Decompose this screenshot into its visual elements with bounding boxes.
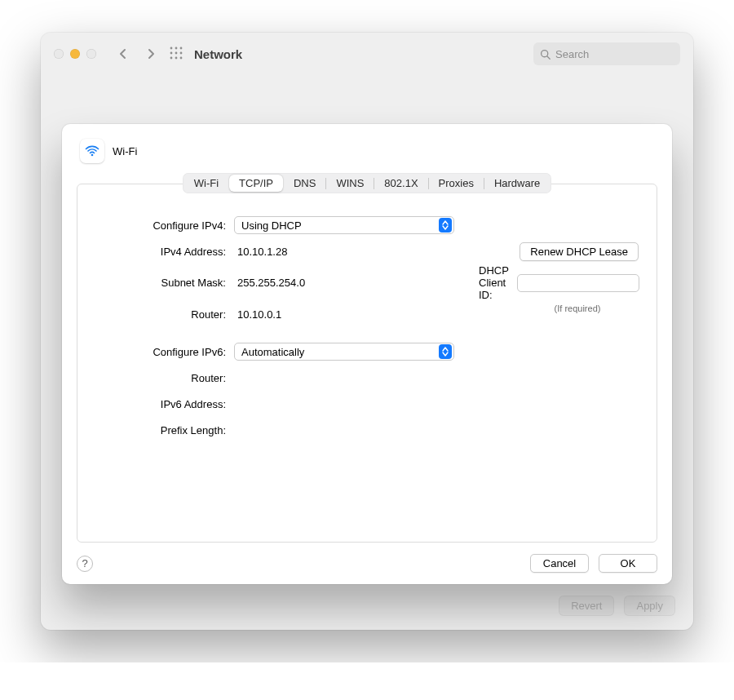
configure-ipv4-popup[interactable]: Using DHCP bbox=[234, 216, 454, 234]
renew-dhcp-lease-button[interactable]: Renew DHCP Lease bbox=[520, 242, 639, 261]
window-body: Revert Apply Wi-Fi Wi-Fi TCP/IP DNS bbox=[41, 75, 693, 630]
tab-8021x[interactable]: 802.1X bbox=[374, 175, 427, 192]
zoom-window-icon[interactable] bbox=[86, 49, 96, 59]
configure-ipv6-value: Automatically bbox=[241, 346, 304, 358]
svg-point-1 bbox=[175, 47, 178, 49]
interface-name: Wi-Fi bbox=[113, 145, 137, 157]
window-footer: Revert Apply bbox=[41, 581, 693, 630]
svg-point-0 bbox=[170, 47, 173, 49]
search-input[interactable]: Search bbox=[533, 42, 680, 65]
configure-ipv6-popup[interactable]: Automatically bbox=[234, 343, 454, 361]
help-button[interactable]: ? bbox=[77, 556, 93, 572]
label-subnet-mask: Subnet Mask: bbox=[95, 277, 226, 289]
advanced-sheet: Wi-Fi Wi-Fi TCP/IP DNS WINS 802.1X Proxi… bbox=[62, 124, 672, 584]
tab-wins[interactable]: WINS bbox=[326, 175, 374, 192]
label-prefix-length: Prefix Length: bbox=[95, 424, 226, 436]
titlebar: Network Search bbox=[41, 33, 693, 75]
svg-point-6 bbox=[170, 56, 173, 59]
svg-point-4 bbox=[175, 51, 178, 54]
wifi-icon bbox=[80, 139, 104, 163]
window-controls bbox=[54, 49, 96, 59]
tcpip-panel: Configure IPv4: Using DHCP IPv4 Ad bbox=[77, 184, 657, 543]
preferences-window: Network Search Revert Apply Wi-Fi Wi-Fi bbox=[41, 33, 693, 630]
svg-point-11 bbox=[91, 154, 94, 157]
show-all-button[interactable] bbox=[170, 47, 183, 62]
chevron-right-icon bbox=[146, 48, 156, 60]
close-window-icon[interactable] bbox=[54, 49, 64, 59]
revert-button[interactable]: Revert bbox=[559, 596, 614, 616]
label-router-ipv4: Router: bbox=[95, 308, 226, 321]
svg-point-3 bbox=[170, 51, 173, 54]
value-ipv4-address: 10.10.1.28 bbox=[234, 246, 471, 258]
tab-wifi[interactable]: Wi-Fi bbox=[184, 175, 228, 192]
value-subnet-mask: 255.255.254.0 bbox=[234, 277, 471, 289]
label-ipv6-address: IPv6 Address: bbox=[95, 398, 226, 410]
grid-icon bbox=[170, 47, 183, 60]
tab-hardware[interactable]: Hardware bbox=[484, 175, 550, 192]
sheet-header: Wi-Fi bbox=[77, 139, 657, 170]
minimize-window-icon[interactable] bbox=[70, 49, 80, 59]
window-title: Network bbox=[194, 47, 242, 61]
label-configure-ipv6: Configure IPv6: bbox=[95, 346, 226, 358]
popup-arrows-icon bbox=[439, 344, 452, 359]
back-button[interactable] bbox=[113, 45, 134, 63]
sheet-footer: ? Cancel OK bbox=[77, 554, 657, 573]
dhcp-client-id-hint: (If required) bbox=[516, 303, 639, 313]
popup-arrows-icon bbox=[439, 218, 452, 233]
svg-line-10 bbox=[547, 55, 550, 58]
tab-tcpip[interactable]: TCP/IP bbox=[229, 175, 283, 192]
ok-button[interactable]: OK bbox=[599, 554, 657, 573]
apply-button[interactable]: Apply bbox=[624, 596, 675, 616]
tab-proxies[interactable]: Proxies bbox=[429, 175, 484, 192]
chevron-left-icon bbox=[118, 48, 128, 60]
tab-dns[interactable]: DNS bbox=[284, 175, 325, 192]
label-ipv4-address: IPv4 Address: bbox=[95, 246, 226, 258]
dhcp-client-id-field[interactable] bbox=[517, 274, 639, 292]
label-configure-ipv4: Configure IPv4: bbox=[95, 219, 226, 232]
search-icon bbox=[540, 49, 550, 60]
configure-ipv4-value: Using DHCP bbox=[241, 219, 302, 232]
search-placeholder: Search bbox=[555, 48, 589, 60]
svg-point-2 bbox=[180, 47, 183, 49]
forward-button[interactable] bbox=[140, 45, 161, 63]
svg-point-8 bbox=[180, 56, 183, 59]
label-router-ipv6: Router: bbox=[95, 372, 226, 384]
cancel-button[interactable]: Cancel bbox=[530, 554, 589, 573]
value-router-ipv4: 10.10.0.1 bbox=[234, 308, 471, 321]
label-dhcp-client-id: DHCP Client ID: bbox=[479, 264, 509, 301]
svg-point-7 bbox=[175, 56, 178, 59]
tab-bar: Wi-Fi TCP/IP DNS WINS 802.1X Proxies Har… bbox=[183, 173, 552, 193]
svg-point-5 bbox=[180, 51, 183, 54]
